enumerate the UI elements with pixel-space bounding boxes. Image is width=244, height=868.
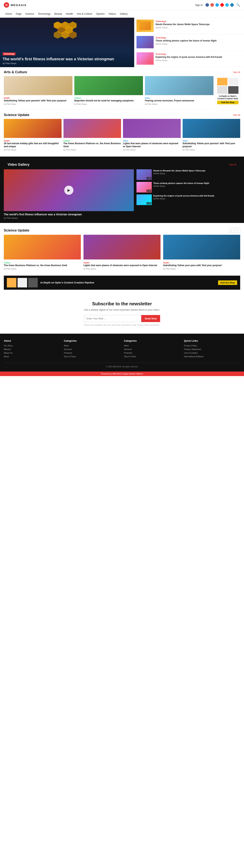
sci-card-img-3: [123, 119, 181, 138]
sci-card-1[interactable]: Health 26 last-minute holiday gifts that…: [4, 119, 61, 151]
nav-videos[interactable]: Videos: [107, 11, 118, 16]
video-main[interactable]: ▶ The world's first fitness influencer w…: [4, 169, 134, 219]
arts-card-1[interactable]: Health Substituting 'follow your passion…: [4, 76, 73, 106]
ad-img-4: [228, 86, 239, 94]
hero-side-thumb-1: [136, 20, 154, 32]
newsletter-disclaimer: Place some disclaimer text here about ho…: [4, 324, 240, 326]
nav-gallery[interactable]: Gallery: [118, 11, 129, 16]
newsletter-email-input[interactable]: [84, 315, 141, 322]
footer-link-privacy-policy[interactable]: Privacy Policy: [184, 344, 240, 347]
arts-card-img-1: [4, 76, 73, 95]
nav-arts-culture[interactable]: Arts & Culture: [75, 11, 94, 16]
sci-card-author-2: by Pete Sariya: [63, 149, 121, 151]
ad-banner-btn[interactable]: Visit Our Shop: [218, 280, 237, 285]
footer-link-news[interactable]: News: [4, 355, 60, 358]
footer-link-services-1[interactable]: Services: [64, 348, 120, 350]
sign-in-link[interactable]: Sign In: [195, 4, 203, 6]
hero-side-item-1[interactable]: Technology Needs Rename the James Webb S…: [134, 18, 244, 34]
nav-opinion[interactable]: Opinion: [94, 11, 106, 16]
video-side-title-3: Exploring the origins of punk across Ame…: [153, 194, 240, 197]
video-side-thumb-3: 5:38: [136, 194, 152, 205]
footer-link-products-2[interactable]: Products: [124, 352, 180, 354]
sci-card-tag-3: Video: [123, 140, 128, 142]
footer-link-tips-1[interactable]: Tips & Tricks: [64, 355, 120, 358]
side-author-3: byPete Sariya: [156, 59, 242, 61]
car-card-2[interactable]: Health Lights that warn planes of obstac…: [83, 235, 161, 270]
header: M MEGASIS Sign In f g t y v in 🔍: [0, 0, 244, 10]
search-icon[interactable]: 🔍: [236, 3, 240, 7]
site-name: MEGASIS: [11, 3, 27, 7]
hero-main[interactable]: Technology The world's first fitness inf…: [0, 18, 134, 67]
hero-side-item-2[interactable]: Technology These striking photos capture…: [134, 34, 244, 51]
nav-beauty[interactable]: Beauty: [53, 11, 63, 16]
science-grid: Health 26 last-minute holiday gifts that…: [4, 119, 240, 151]
video-side-item-1[interactable]: 5:38 Needs to Rename the James Webb Spac…: [136, 169, 240, 180]
footer-link-work-1[interactable]: Work: [64, 344, 120, 347]
footer-link-products-1[interactable]: Products: [64, 352, 120, 354]
twitter-icon[interactable]: t: [215, 3, 219, 7]
footer-link-work-2[interactable]: Work: [124, 344, 180, 347]
footer-grid: About Our Story Mission About Us News Ca…: [4, 339, 240, 359]
nav-technology[interactable]: Technology: [36, 11, 52, 16]
footer-link-about-us[interactable]: About Us: [4, 352, 60, 354]
footer-link-cookies[interactable]: Use of cookies: [184, 352, 240, 354]
video-gallery-see-all[interactable]: See All: [229, 163, 236, 166]
newsletter-send-btn[interactable]: Send Now: [141, 315, 160, 322]
footer-link-services-2[interactable]: Services: [124, 348, 180, 350]
watermark-text: Powered by MEGASIS Digital Media Platfor…: [101, 373, 143, 375]
facebook-icon[interactable]: f: [206, 3, 209, 7]
logo[interactable]: M MEGASIS: [4, 2, 27, 8]
video-side-info-3: Exploring the origins of punk across Ame…: [153, 194, 240, 200]
sci-card-title-1: 26 last-minute holiday gifts that are st…: [4, 142, 61, 148]
car-card-img-2: [83, 235, 161, 259]
arts-card-2[interactable]: Culture Ibuprofen should not be used for…: [74, 76, 143, 106]
nav-home[interactable]: Home: [4, 11, 13, 16]
video-side-thumb-2: 5:38: [136, 182, 152, 192]
ad-banner-label: In-Depth on Optic's Content Creation Pip…: [40, 281, 215, 284]
sci-card-title-2: The Amex Business Platinum vs. the Amex …: [63, 142, 121, 148]
car-card-3[interactable]: Health Substituting 'follow your pass wi…: [163, 235, 240, 270]
nav-health[interactable]: Health: [64, 11, 75, 16]
footer-link-tips-2[interactable]: Tips & Tricks: [124, 355, 180, 358]
video-side-item-2[interactable]: 5:38 These striking photos capture the f…: [136, 182, 240, 192]
footer-link-mission[interactable]: Mission: [4, 348, 60, 350]
youtube-icon[interactable]: y: [220, 3, 224, 7]
arts-culture-see-all[interactable]: See All: [233, 71, 240, 73]
footer-link-international[interactable]: International Editions: [184, 355, 240, 358]
arts-culture-section: Health Substituting 'follow your passion…: [0, 76, 244, 110]
carousel-next-btn[interactable]: ›: [235, 228, 240, 233]
sci-card-author-3: by Pete Sariya: [123, 149, 181, 151]
newsletter-subtitle: Get a weekly digest of our most importan…: [4, 308, 240, 311]
video-side-item-3[interactable]: 5:38 Exploring the origins of punk acros…: [136, 194, 240, 205]
arts-culture-title: Arts & Culture: [4, 70, 27, 74]
arts-card-3[interactable]: Video Fearing corona recession, France a…: [145, 76, 214, 106]
watermark: Powered by MEGASIS Digital Media Platfor…: [0, 372, 244, 376]
car-card-tag-2: Health: [83, 262, 89, 264]
nav-science[interactable]: Science: [24, 11, 36, 16]
sci-card-author-1: by Pete Sariya: [4, 149, 61, 151]
play-button[interactable]: ▶: [64, 186, 73, 195]
social-icons: f g t y v in: [206, 3, 234, 7]
sci-card-3[interactable]: Video Lights that warn planes of obstacl…: [123, 119, 181, 151]
footer-copyright: © 2023 MEGASIS. All rights reserved.: [106, 366, 138, 368]
linkedin-icon[interactable]: in: [230, 3, 234, 7]
science-update-see-all[interactable]: See All: [233, 114, 240, 116]
arts-card-title-2: Ibuprofen should not be used for managin…: [74, 99, 143, 102]
hero-side-item-3[interactable]: Technology Exploring the origins of punk…: [134, 51, 244, 67]
side-tag-2: Technology: [156, 37, 166, 39]
sci-card-4[interactable]: Video Substituting 'follow your passion'…: [183, 119, 240, 151]
sci-card-2[interactable]: Culture The Amex Business Platinum vs. t…: [63, 119, 121, 151]
vimeo-icon[interactable]: v: [225, 3, 229, 7]
google-icon[interactable]: g: [211, 3, 214, 7]
ad-visit-shop-btn[interactable]: Visit Our Shop: [217, 101, 239, 104]
nav-page[interactable]: Page: [14, 11, 23, 16]
footer-link-privacy-statement[interactable]: Privacy Statement: [184, 348, 240, 350]
hero-title: The world's first fitness influencer was…: [3, 57, 132, 61]
car-card-1[interactable]: Culture The Amex Business Platinum vs. t…: [4, 235, 81, 270]
footer-link-our-story[interactable]: Our Story: [4, 344, 60, 347]
ad-img-2: [228, 78, 239, 85]
footer-col-quick-title: Quick Links: [184, 339, 240, 342]
carousel-prev-btn[interactable]: ‹: [229, 228, 234, 233]
car-card-img-3: [163, 235, 240, 259]
side-tag-1: Technology: [156, 20, 166, 23]
